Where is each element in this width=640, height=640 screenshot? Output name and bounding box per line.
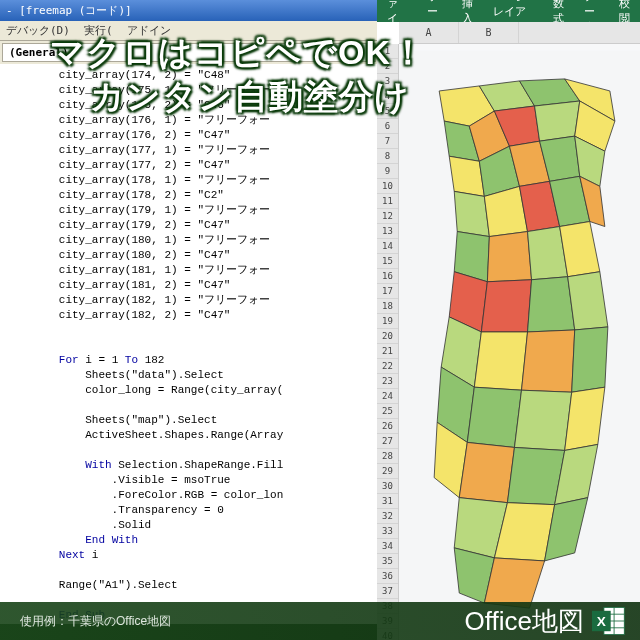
svg-text:X: X: [597, 614, 606, 629]
row-header[interactable]: 14: [377, 239, 398, 254]
vba-code-area[interactable]: city_array(174, 2) = "C48" city_array(17…: [0, 64, 378, 624]
footer-brand: Office地図 X: [465, 604, 626, 639]
row-header[interactable]: 25: [377, 404, 398, 419]
row-header[interactable]: 11: [377, 194, 398, 209]
row-header[interactable]: 12: [377, 209, 398, 224]
row-header[interactable]: 27: [377, 434, 398, 449]
row-header[interactable]: 10: [377, 179, 398, 194]
footer-caption: 使用例：千葉県のOffice地図: [20, 613, 171, 630]
excel-grid: A B 123456789101112131415161718192021222…: [377, 22, 640, 640]
row-headers: 1234567891011121314151617181920212223242…: [377, 44, 399, 640]
col-b[interactable]: B: [459, 22, 519, 43]
row-header[interactable]: 32: [377, 509, 398, 524]
chiba-map-svg: [399, 44, 640, 640]
row-header[interactable]: 13: [377, 224, 398, 239]
row-header[interactable]: 6: [377, 119, 398, 134]
row-header[interactable]: 23: [377, 374, 398, 389]
row-header[interactable]: 18: [377, 299, 398, 314]
row-header[interactable]: 26: [377, 419, 398, 434]
excel-icon: X: [592, 605, 626, 637]
row-header[interactable]: 35: [377, 554, 398, 569]
column-headers: A B: [399, 22, 640, 44]
row-header[interactable]: 30: [377, 479, 398, 494]
map-canvas[interactable]: [399, 44, 640, 640]
row-header[interactable]: 19: [377, 314, 398, 329]
row-header[interactable]: 29: [377, 464, 398, 479]
row-header[interactable]: 20: [377, 329, 398, 344]
promo-text-line1: マクロはコピペでOK！: [50, 30, 426, 76]
row-header[interactable]: 7: [377, 134, 398, 149]
vba-window-title: - [freemap (コード)]: [0, 0, 378, 21]
footer-brand-text: Office地図: [465, 604, 584, 639]
row-header[interactable]: 15: [377, 254, 398, 269]
footer-bar: 使用例：千葉県のOffice地図 Office地図 X: [0, 602, 640, 640]
row-header[interactable]: 22: [377, 359, 398, 374]
promo-text-line2: カンタン自動塗分け: [90, 74, 410, 120]
excel-panel: ファイル ホーム 挿入 ページレイアウト 数式 データ 校閲 A B 12345…: [377, 0, 640, 640]
row-header[interactable]: 8: [377, 149, 398, 164]
row-header[interactable]: 33: [377, 524, 398, 539]
row-header[interactable]: 28: [377, 449, 398, 464]
row-header[interactable]: 31: [377, 494, 398, 509]
row-header[interactable]: 34: [377, 539, 398, 554]
row-header[interactable]: 37: [377, 584, 398, 599]
row-header[interactable]: 17: [377, 284, 398, 299]
row-header[interactable]: 21: [377, 344, 398, 359]
row-header[interactable]: 36: [377, 569, 398, 584]
row-header[interactable]: 24: [377, 389, 398, 404]
excel-ribbon: ファイル ホーム 挿入 ページレイアウト 数式 データ 校閲: [377, 0, 640, 22]
row-header[interactable]: 9: [377, 164, 398, 179]
row-header[interactable]: 16: [377, 269, 398, 284]
